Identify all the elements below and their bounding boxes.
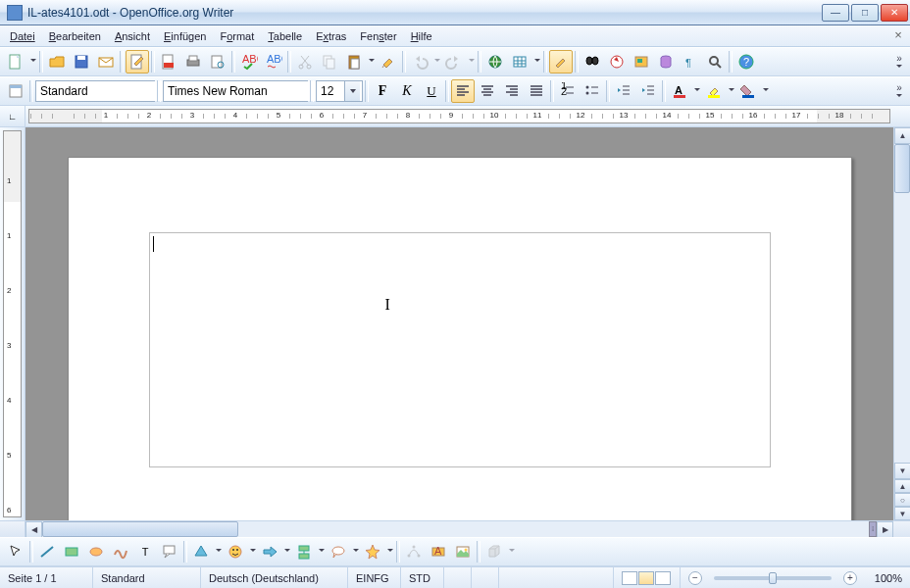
minimize-button[interactable]: — (822, 4, 849, 22)
cut-button[interactable] (293, 50, 317, 74)
scroll-down-button[interactable]: ▼ (894, 463, 910, 479)
flowchart-dropdown[interactable] (317, 541, 326, 563)
redo-dropdown[interactable] (467, 51, 476, 73)
maximize-button[interactable]: □ (851, 4, 879, 22)
text-frame[interactable]: I (149, 232, 771, 467)
background-color-dropdown[interactable] (761, 80, 770, 102)
status-selection-mode[interactable]: STD (401, 567, 444, 588)
vertical-ruler[interactable]: 11234567 (3, 130, 22, 517)
align-right-button[interactable] (500, 79, 524, 103)
menu-datei[interactable]: Datei (4, 28, 41, 44)
scroll-up-button[interactable]: ▲ (894, 127, 910, 144)
from-file-button[interactable] (451, 540, 475, 564)
menu-einfuegen[interactable]: Einfügen (158, 28, 212, 44)
zoom-slider[interactable] (714, 576, 832, 580)
highlight-button[interactable] (702, 79, 726, 103)
zoom-percent[interactable]: 100% (865, 567, 910, 588)
paste-button[interactable] (342, 50, 366, 74)
scroll-left-button[interactable]: ◀ (25, 521, 42, 538)
help-button[interactable]: ? (734, 50, 758, 74)
zoom-button[interactable] (703, 50, 727, 74)
align-left-button[interactable] (451, 79, 475, 103)
vscroll-thumb[interactable] (894, 144, 910, 193)
redo-button[interactable] (442, 50, 466, 74)
multi-page-view-button[interactable] (638, 571, 654, 585)
document-area[interactable]: I (25, 127, 893, 520)
horizontal-scrollbar[interactable]: ◀ ⁞ ▶ (0, 520, 910, 537)
font-size-input[interactable] (317, 81, 344, 101)
single-page-view-button[interactable] (622, 571, 637, 585)
text-tool-button[interactable]: T (133, 540, 157, 564)
callout-tool-button[interactable] (158, 540, 181, 564)
font-color-button[interactable]: A (668, 79, 691, 103)
vertical-scrollbar[interactable]: ▲ ▼ ▲ ○ ▼ (893, 127, 910, 520)
select-tool-button[interactable] (4, 540, 27, 564)
zoom-out-button[interactable]: − (688, 571, 702, 585)
close-button[interactable]: ✕ (881, 4, 908, 22)
flowchart-button[interactable] (292, 540, 316, 564)
font-name-input[interactable] (164, 81, 319, 101)
format-paintbrush-button[interactable] (377, 50, 400, 74)
status-insert-mode[interactable]: EINFG (348, 567, 401, 588)
next-page-button[interactable]: ▼ (894, 507, 910, 520)
navigator-button[interactable] (605, 50, 629, 74)
nonprinting-button[interactable]: ¶ (679, 50, 702, 74)
underline-button[interactable]: U (420, 79, 443, 103)
vscroll-track[interactable] (894, 144, 910, 463)
navigation-button[interactable]: ○ (894, 493, 910, 507)
hscroll-thumb[interactable] (42, 521, 238, 537)
zoom-in-button[interactable]: + (843, 571, 857, 585)
show-draw-button[interactable] (549, 50, 573, 74)
page[interactable]: I (68, 157, 852, 520)
rectangle-tool-button[interactable] (60, 540, 83, 564)
numbered-list-button[interactable]: 12 (556, 79, 580, 103)
italic-button[interactable]: K (395, 79, 419, 103)
points-button[interactable] (402, 540, 426, 564)
copy-button[interactable] (318, 50, 341, 74)
symbol-shapes-button[interactable] (224, 540, 247, 564)
datasources-button[interactable] (654, 50, 678, 74)
symbol-shapes-dropdown[interactable] (248, 541, 257, 563)
block-arrows-dropdown[interactable] (282, 541, 291, 563)
font-size-dropdown[interactable] (344, 81, 360, 101)
book-view-button[interactable] (655, 571, 671, 585)
paragraph-style-combo[interactable] (35, 80, 155, 102)
background-color-button[interactable] (736, 79, 760, 103)
extrusion-dropdown[interactable] (507, 541, 516, 563)
export-pdf-button[interactable] (157, 50, 180, 74)
spellcheck-button[interactable]: ABC (237, 50, 261, 74)
new-button[interactable] (4, 50, 27, 74)
gallery-button[interactable] (630, 50, 653, 74)
hscroll-track[interactable] (42, 521, 869, 537)
table-button[interactable] (508, 50, 531, 74)
autospell-button[interactable]: ABC (262, 50, 285, 74)
font-size-combo[interactable] (316, 80, 363, 102)
horizontal-ruler[interactable]: 1123456789101112131415161718 (28, 109, 890, 123)
basic-shapes-button[interactable] (189, 540, 213, 564)
table-dropdown[interactable] (532, 51, 541, 73)
hscroll-splitter[interactable]: ⁞ (869, 521, 877, 537)
paste-dropdown[interactable] (367, 51, 376, 73)
freeform-tool-button[interactable] (109, 540, 132, 564)
increase-indent-button[interactable] (636, 79, 660, 103)
font-name-combo[interactable] (163, 80, 308, 102)
bold-button[interactable]: F (371, 79, 394, 103)
stars-button[interactable] (361, 540, 384, 564)
toolbar-overflow-button[interactable] (892, 49, 906, 74)
align-center-button[interactable] (476, 79, 499, 103)
format-overflow-button[interactable] (892, 78, 906, 104)
scroll-right-button[interactable]: ▶ (877, 521, 893, 538)
extrusion-button[interactable] (482, 540, 506, 564)
print-button[interactable] (181, 50, 205, 74)
line-tool-button[interactable] (35, 540, 59, 564)
ellipse-tool-button[interactable] (84, 540, 108, 564)
callouts-button[interactable] (327, 540, 350, 564)
stars-dropdown[interactable] (385, 541, 394, 563)
menu-format[interactable]: Format (214, 28, 260, 44)
block-arrows-button[interactable] (258, 540, 281, 564)
status-style[interactable]: Standard (93, 567, 201, 588)
decrease-indent-button[interactable] (612, 79, 635, 103)
tab-type-button[interactable]: ∟ (0, 106, 25, 126)
edit-file-button[interactable] (126, 50, 149, 74)
status-signature[interactable] (472, 567, 499, 588)
